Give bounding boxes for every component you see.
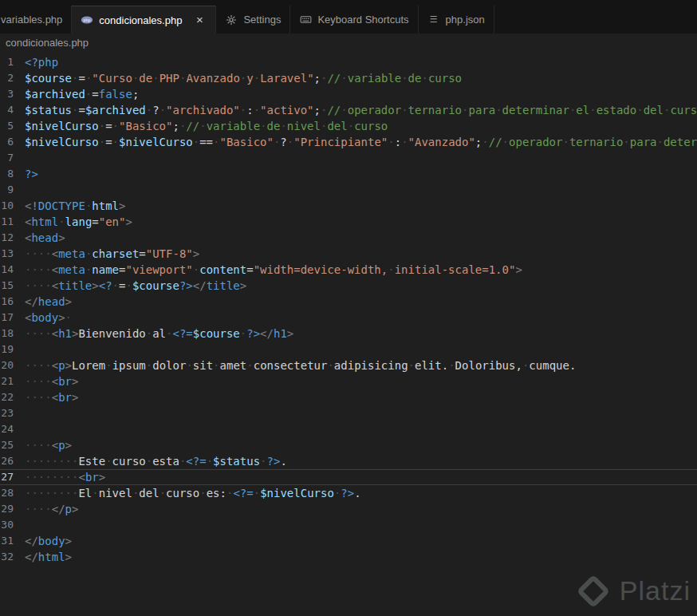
line-number[interactable]: 3 [0, 86, 14, 102]
line-number[interactable]: 20 [0, 357, 14, 373]
line-number[interactable]: 7 [0, 150, 14, 166]
code-line[interactable]: 15····<title><?·=·$course?></title> [0, 278, 697, 294]
line-number[interactable]: 13 [0, 246, 14, 262]
tab-php-json[interactable]: ☰ php.json [419, 6, 494, 34]
code-text: ····<p> [25, 437, 697, 453]
platzi-logo-icon [577, 574, 610, 607]
code-line[interactable]: 6$nivelCurso·=·$nivelCurso·==·"Basico"·?… [0, 134, 697, 150]
platzi-watermark: Platzi [581, 575, 691, 606]
code-line[interactable]: 22····<br> [0, 389, 697, 405]
tab-variables-php[interactable]: php variables.php [0, 6, 72, 34]
code-line[interactable]: 31</body> [0, 533, 697, 549]
code-line[interactable]: 5$nivelCurso·=·"Basico";·//·variable·de·… [0, 118, 697, 134]
code-line[interactable]: 17<body>· [0, 310, 697, 326]
code-line[interactable]: 7 [0, 150, 697, 166]
line-number[interactable]: 28 [0, 485, 14, 501]
tab-keyboard-shortcuts[interactable]: Keyboard Shortcuts [290, 6, 418, 34]
code-line[interactable]: 16</head> [0, 294, 697, 310]
line-number[interactable]: 8 [0, 166, 14, 182]
code-text: ····<br> [25, 373, 697, 389]
code-text: </html> [25, 549, 697, 565]
code-line[interactable]: 25····<p> [0, 437, 697, 453]
line-number[interactable]: 2 [0, 70, 14, 86]
tab-label: Settings [243, 14, 281, 26]
code-line[interactable]: 1<?php [0, 54, 697, 70]
line-number[interactable]: 12 [0, 230, 14, 246]
code-text: <html·lang="en"> [25, 214, 697, 230]
code-text: $status·=$archived·?·"archivado"·:·"acti… [25, 102, 697, 118]
code-line[interactable]: 14····<meta·name="viewport"·content="wid… [0, 262, 697, 278]
breadcrumb[interactable]: condicionales.php [0, 34, 697, 52]
code-text [25, 342, 697, 357]
line-number[interactable]: 6 [0, 134, 14, 150]
line-number[interactable]: 26 [0, 453, 14, 469]
line-number[interactable]: 16 [0, 294, 14, 310]
code-line[interactable]: 26········Este·curso·esta·<?=·$status·?>… [0, 453, 697, 469]
code-line[interactable]: 24 [0, 421, 697, 437]
line-number[interactable]: 9 [0, 182, 14, 198]
code-line[interactable]: 28········El·nivel·del·curso·es:·<?=·$ni… [0, 485, 697, 501]
code-line[interactable]: 18····<h1>Bienvenido·al·<?=$course·?></h… [0, 326, 697, 342]
line-number[interactable]: 14 [0, 262, 14, 278]
tab-condicionales-php[interactable]: php condicionales.php × [72, 6, 216, 34]
line-number[interactable]: 22 [0, 389, 14, 405]
keyboard-icon [299, 14, 312, 26]
code-line[interactable]: 11<html·lang="en"> [0, 214, 697, 230]
watermark-text: Platzi [620, 575, 691, 606]
close-icon[interactable]: × [192, 13, 207, 27]
code-line[interactable]: 3$archived·=false; [0, 86, 697, 102]
code-line[interactable]: 21····<br> [0, 373, 697, 389]
line-number[interactable]: 23 [0, 405, 14, 421]
gear-icon [225, 14, 238, 26]
tab-bar: php variables.php php condicionales.php … [0, 0, 697, 34]
code-text: ········El·nivel·del·curso·es:·<?=·$nive… [25, 485, 697, 501]
line-number[interactable]: 29 [0, 501, 14, 517]
code-line[interactable]: 19 [0, 342, 697, 357]
code-text: ····</p> [25, 501, 697, 517]
line-number[interactable]: 1 [0, 54, 14, 70]
code-line[interactable]: 10<!DOCTYPE·html> [0, 198, 697, 214]
code-text [25, 150, 697, 166]
code-line[interactable]: 27········<br> [0, 469, 697, 485]
code-text: ····<h1>Bienvenido·al·<?=$course·?></h1> [25, 326, 697, 342]
line-number[interactable]: 27 [0, 469, 14, 485]
code-text: $course·=·"Curso·de·PHP·Avanzado·y·Larav… [25, 70, 697, 86]
line-number[interactable]: 24 [0, 421, 14, 437]
code-text: ····<br> [25, 389, 697, 405]
line-number[interactable]: 10 [0, 198, 14, 214]
code-line[interactable]: 9 [0, 182, 697, 198]
code-text: $nivelCurso·=·$nivelCurso·==·"Basico"·?·… [25, 134, 697, 150]
code-line[interactable]: 12<head> [0, 230, 697, 246]
line-number[interactable]: 21 [0, 373, 14, 389]
line-number[interactable]: 31 [0, 533, 14, 549]
line-number[interactable]: 11 [0, 214, 14, 230]
code-line[interactable]: 4$status·=$archived·?·"archivado"·:·"act… [0, 102, 697, 118]
line-number[interactable]: 15 [0, 278, 14, 294]
line-number[interactable]: 18 [0, 326, 14, 342]
code-line[interactable]: 23 [0, 405, 697, 421]
code-line[interactable]: 30 [0, 517, 697, 533]
code-line[interactable]: 32</html> [0, 549, 697, 565]
line-number[interactable]: 4 [0, 102, 14, 118]
code-editor[interactable]: 1<?php2$course·=·"Curso·de·PHP·Avanzado·… [0, 52, 697, 565]
line-number[interactable]: 25 [0, 437, 14, 453]
line-number[interactable]: 5 [0, 118, 14, 134]
code-line[interactable]: 8?> [0, 166, 697, 182]
code-text: ?> [25, 166, 697, 182]
code-text: ····<p>Lorem·ipsum·dolor·sit·amet·consec… [25, 357, 697, 373]
code-line[interactable]: 2$course·=·"Curso·de·PHP·Avanzado·y·Lara… [0, 70, 697, 86]
code-text [25, 405, 697, 421]
tab-label: Keyboard Shortcuts [317, 14, 408, 26]
code-text [25, 517, 697, 533]
code-line[interactable]: 20····<p>Lorem·ipsum·dolor·sit·amet·cons… [0, 357, 697, 373]
line-number[interactable]: 32 [0, 549, 14, 565]
svg-text:php: php [84, 18, 91, 23]
line-number[interactable]: 17 [0, 310, 14, 326]
code-line[interactable]: 13····<meta·charset="UTF-8"> [0, 246, 697, 262]
code-line[interactable]: 29····</p> [0, 501, 697, 517]
line-number[interactable]: 30 [0, 517, 14, 533]
tab-settings[interactable]: Settings [216, 6, 290, 34]
line-number[interactable]: 19 [0, 342, 14, 357]
json-file-icon: ☰ [427, 14, 440, 26]
breadcrumb-file[interactable]: condicionales.php [6, 37, 89, 49]
